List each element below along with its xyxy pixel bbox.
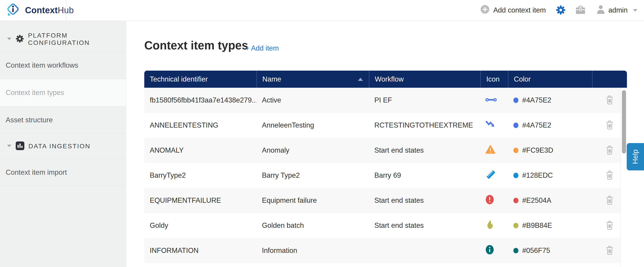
cell-icon [480, 213, 508, 238]
color-dot [514, 248, 518, 253]
info-icon [486, 245, 494, 256]
user-menu[interactable]: admin [596, 5, 638, 16]
app-title: ContextHub [25, 6, 74, 15]
trash-icon [606, 221, 613, 230]
cell-technical-identifier: EQUIPMENTFAILURE [144, 188, 256, 213]
app-title-bold: Context [25, 6, 58, 15]
cell-technical-identifier: fb1580f56fbb41f3aa7e1438e279... [144, 88, 256, 113]
cell-color: #128EDC [508, 163, 592, 188]
cell-color: #4A75E2 [508, 88, 592, 113]
table-scrollbar-track[interactable] [620, 88, 627, 267]
trash-icon [606, 196, 613, 205]
table-row[interactable]: BarryType2Barry Type2Barry 69#128EDC [144, 163, 627, 188]
top-bar-actions: Add context item admin [480, 5, 644, 16]
sidebar-item-context-item-workflows[interactable]: Context item workflows [0, 52, 126, 79]
cell-icon [480, 163, 508, 188]
column-header-workflow[interactable]: Workflow [369, 71, 480, 88]
cell-name: AnneleenTesting [256, 113, 369, 138]
cell-color: #056F75 [508, 238, 592, 263]
sidebar-item-context-item-types[interactable]: Context item types [0, 79, 126, 106]
cell-workflow: Barry 69 [369, 163, 480, 188]
sidebar-item-label: Asset structure [6, 116, 53, 124]
gear-icon [16, 35, 24, 44]
color-hex-label: #B9B84E [522, 221, 552, 230]
cell-workflow: Start end states [369, 138, 480, 163]
delete-button[interactable] [606, 246, 613, 255]
trash-icon [606, 246, 613, 255]
help-tab[interactable]: Help [627, 143, 644, 170]
column-header-actions [592, 71, 627, 88]
sidebar-item-label: Context item import [6, 168, 67, 177]
table-scrollbar-thumb[interactable] [622, 90, 626, 154]
table-row[interactable]: ANNELEENTESTINGAnneleenTestingRCTESTINGT… [144, 113, 627, 138]
delete-button[interactable] [606, 121, 613, 130]
cell-workflow: PI EF [369, 88, 480, 113]
username-label: admin [608, 6, 628, 14]
page-title: Context item types [144, 39, 248, 52]
color-dot [514, 98, 518, 103]
sidebar-section-label: DATA INGESTION [28, 143, 90, 150]
column-header-icon[interactable]: Icon [480, 71, 508, 88]
cell-technical-identifier: Goldy [144, 213, 256, 238]
cell-icon [480, 113, 508, 138]
sidebar-item-asset-structure[interactable]: Asset structure [0, 106, 126, 134]
header-divider [66, 0, 66, 21]
toolbox-button[interactable] [576, 5, 586, 16]
cell-name: Equipment failure [256, 188, 369, 213]
color-dot [514, 223, 518, 228]
flame-icon [486, 219, 494, 232]
table-row[interactable]: GoldyGolden batchStart end states#B9B84E [144, 213, 627, 238]
user-icon [596, 5, 605, 16]
sidebar-section-data-ingestion[interactable]: DATA INGESTION [0, 134, 126, 159]
delete-button[interactable] [606, 196, 613, 205]
error-icon [486, 194, 494, 206]
color-hex-label: #FC9E3D [522, 146, 553, 154]
cell-name: Golden batch [256, 213, 369, 238]
color-dot [514, 123, 518, 128]
delete-button[interactable] [606, 95, 613, 105]
sidebar-section-label: PLATFORM CONFIGURATION [28, 32, 126, 47]
table-row[interactable]: ANOMALYAnomalyStart end states#FC9E3D [144, 138, 627, 163]
app-logo[interactable]: ContextHub [0, 0, 74, 21]
color-hex-label: #056F75 [522, 246, 550, 255]
column-header-label: Technical identifier [150, 75, 208, 83]
context-item-types-table: Technical identifierNameWorkflowIconColo… [144, 71, 627, 263]
chevron-down-icon [7, 37, 12, 41]
sidebar-section-platform-configuration[interactable]: PLATFORM CONFIGURATION [0, 27, 126, 52]
column-header-label: Workflow [375, 75, 404, 83]
cell-color: #B9B84E [508, 213, 592, 238]
sidebar-item-label: Context item types [6, 89, 64, 97]
delete-button[interactable] [606, 221, 613, 230]
trash-icon [606, 121, 613, 130]
table-row[interactable]: fb1580f56fbb41f3aa7e1438e279...ActivePI … [144, 88, 627, 113]
delete-button[interactable] [606, 171, 613, 180]
help-tab-label: Help [631, 149, 640, 164]
sidebar-item-context-item-import[interactable]: Context item import [0, 159, 126, 186]
trash-icon [606, 95, 613, 105]
column-header-color[interactable]: Color [508, 71, 592, 88]
table-row[interactable]: EQUIPMENTFAILUREEquipment failureStart e… [144, 188, 627, 213]
trash-icon [606, 146, 613, 155]
color-hex-label: #4A75E2 [522, 96, 552, 104]
plus-circle-icon [480, 5, 490, 16]
settings-button[interactable] [556, 5, 566, 16]
add-context-item-label: Add context item [493, 6, 546, 14]
column-header-name[interactable]: Name [256, 71, 369, 88]
add-item-link[interactable]: + Add item [245, 44, 279, 52]
sort-ascending-icon [358, 78, 363, 81]
trash-icon [606, 171, 613, 180]
column-header-label: Icon [486, 75, 500, 83]
chevron-down-icon [633, 9, 638, 12]
add-context-item-button[interactable]: Add context item [480, 5, 546, 16]
cell-workflow [369, 238, 480, 263]
cell-workflow: Start end states [369, 213, 480, 238]
delete-button[interactable] [606, 146, 613, 155]
color-dot [514, 173, 518, 178]
table-body: fb1580f56fbb41f3aa7e1438e279...ActivePI … [144, 88, 627, 263]
cell-color: #4A75E2 [508, 113, 592, 138]
cell-icon [480, 238, 508, 263]
ruler-icon [486, 169, 496, 182]
column-header-technical-identifier[interactable]: Technical identifier [144, 71, 256, 88]
table-row[interactable]: INFORMATIONInformation#056F75 [144, 238, 627, 263]
cell-icon [480, 88, 508, 113]
